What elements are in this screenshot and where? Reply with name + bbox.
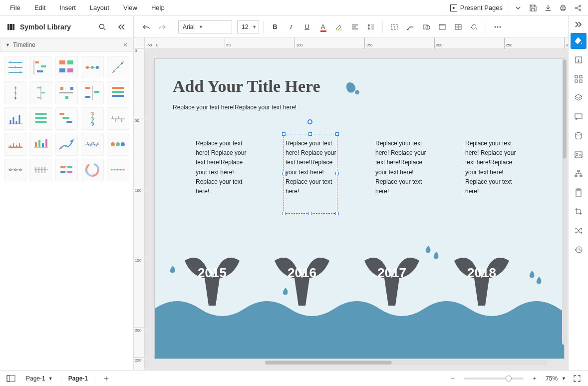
symbol-thumb[interactable] [55,159,78,181]
pages-panel-icon[interactable] [4,372,18,386]
tree-tab[interactable] [571,166,587,182]
present-pages-button[interactable]: Present Pages [445,2,508,13]
horizontal-scrollbar[interactable] [265,360,548,365]
page-title[interactable]: Add Your Title Here [173,77,320,96]
symbol-thumb[interactable] [29,81,52,104]
symbol-thumb[interactable] [81,56,103,78]
symbol-thumb[interactable] [81,81,103,104]
add-page-button[interactable]: + [100,374,112,383]
symbol-thumb[interactable] [107,133,129,155]
symbol-thumb[interactable] [107,107,129,130]
share-icon[interactable] [571,1,585,15]
menu-view[interactable]: View [116,1,144,14]
collapse-right-icon[interactable] [572,19,586,30]
comment-tab[interactable] [571,109,587,125]
symbol-thumb[interactable] [107,159,129,181]
data-tab[interactable] [571,128,587,144]
zoom-out-button[interactable]: − [446,372,460,386]
container-button[interactable] [435,19,450,34]
download-icon[interactable] [541,1,555,15]
vertical-scrollbar[interactable] [562,59,567,345]
symbol-thumb[interactable] [29,133,52,155]
symbol-thumb[interactable] [29,107,52,130]
symbol-thumb[interactable] [55,133,78,155]
more-button[interactable] [490,19,505,34]
menu-file[interactable]: File [3,1,27,14]
align-button[interactable] [347,19,362,34]
crop-tab[interactable] [571,204,587,220]
text-block-2[interactable]: Replace your text here! Replace your tex… [286,139,345,196]
font-family-select[interactable]: Arial▼ [178,20,232,33]
save-icon[interactable] [526,1,540,15]
symbol-thumb[interactable] [81,159,103,181]
svg-point-83 [500,26,501,27]
history-tab[interactable] [571,242,587,258]
rotation-handle-icon[interactable] [307,119,312,124]
font-size-select[interactable]: 12▼ [237,20,259,33]
symbol-thumb[interactable] [29,56,52,78]
symbol-thumb[interactable] [55,56,78,78]
symbol-thumb[interactable] [4,107,26,130]
text-block-1[interactable]: Replace your text here! Replace your tex… [196,139,256,196]
fill-tab[interactable] [571,33,587,49]
symbol-thumb[interactable] [55,107,78,130]
image-tab[interactable] [571,147,587,163]
collapse-left-icon[interactable] [114,20,128,34]
symbol-thumb[interactable] [4,133,26,155]
present-dropdown[interactable] [511,1,525,15]
clipboard-tab[interactable] [571,185,587,201]
print-icon[interactable] [556,1,570,15]
table-button[interactable] [451,19,466,34]
close-category-icon[interactable]: ✕ [123,41,128,48]
page-select[interactable]: Page-1 ▼ [23,375,56,382]
page-canvas[interactable]: Add Your Title Here Replace your text he… [155,59,564,359]
symbol-thumb[interactable] [29,159,52,181]
undo-button[interactable] [139,19,154,34]
symbol-thumb[interactable] [107,81,129,104]
connector-button[interactable] [403,19,418,34]
shape-button[interactable] [419,19,434,34]
symbol-thumb[interactable] [107,56,129,78]
menu-layout[interactable]: Layout [83,1,116,14]
zoom-in-button[interactable]: + [528,372,542,386]
menu-insert[interactable]: Insert [52,1,83,14]
zoom-slider[interactable] [464,378,524,380]
text-block-4[interactable]: Replace your text here! Replace your tex… [465,139,525,196]
symbol-thumb[interactable] [81,133,103,155]
menu-help[interactable]: Help [144,1,172,14]
highlight-button[interactable] [331,19,346,34]
search-icon[interactable] [95,20,109,34]
fullscreen-icon[interactable] [570,372,584,386]
underline-button[interactable]: U [299,19,314,34]
italic-button[interactable]: I [284,19,298,34]
svg-point-84 [355,90,359,94]
category-header-timeline[interactable]: ▼ Timeline ✕ [0,38,133,52]
svg-rect-34 [94,91,99,93]
line-spacing-button[interactable] [363,19,378,34]
font-color-button[interactable]: A [315,19,330,34]
fill-color-button[interactable] [467,19,482,34]
canvas-area[interactable]: Add Your Title Here Replace your text he… [145,49,568,370]
bold-button[interactable]: B [268,19,283,34]
symbol-thumb[interactable] [4,159,26,181]
symbol-thumb[interactable] [4,81,26,104]
library-title: Symbol Library [20,23,90,31]
layers-tab[interactable] [571,90,587,106]
svg-rect-49 [38,140,40,147]
zoom-value[interactable]: 75% [546,375,558,382]
text-box-button[interactable]: T [387,19,402,34]
page-tab[interactable]: Page-1 [61,372,95,385]
page-subtitle[interactable]: Replace your text here!Replace your text… [173,104,296,111]
svg-point-56 [116,142,120,146]
symbol-thumb[interactable] [4,56,26,78]
redo-button[interactable] [155,19,170,34]
svg-rect-30 [60,87,63,90]
export-tab[interactable] [571,52,587,68]
svg-rect-62 [67,166,72,168]
shuffle-tab[interactable] [571,223,587,239]
grid-tab[interactable] [571,71,587,87]
text-block-3[interactable]: Replace your text here! Replace your tex… [375,139,435,196]
symbol-thumb[interactable] [81,107,103,130]
symbol-thumb[interactable] [55,81,78,104]
menu-edit[interactable]: Edit [27,1,52,14]
